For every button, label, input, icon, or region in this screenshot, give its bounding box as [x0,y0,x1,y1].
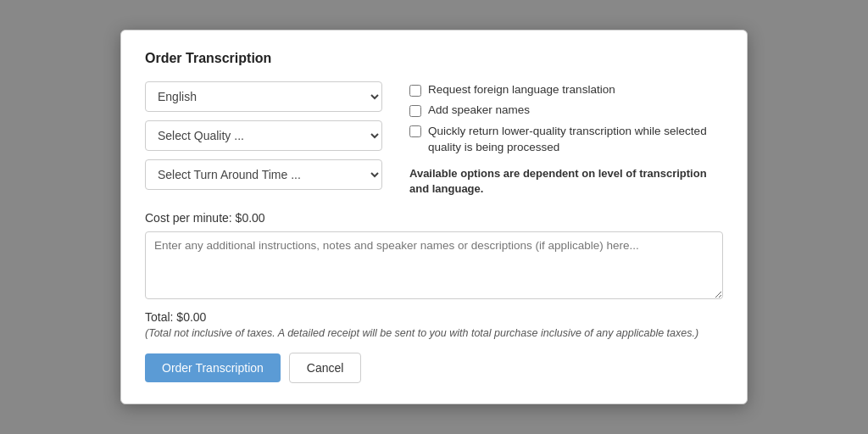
right-column: Request foreign language translation Add… [409,81,723,197]
left-column: English Spanish French German Other Sele… [145,81,382,197]
dialog-title: Order Transcription [145,51,723,66]
options-note: Available options are dependent on level… [409,166,723,197]
main-content: English Spanish French German Other Sele… [145,81,723,197]
quick-return-checkbox[interactable] [409,125,421,137]
turnaround-select[interactable]: Select Turn Around Time ... Standard Rus… [145,159,382,190]
cancel-button[interactable]: Cancel [289,353,362,383]
checkbox-row-foreign-language: Request foreign language translation [409,83,723,97]
instructions-textarea[interactable] [145,231,723,299]
checkbox-row-speaker-names: Add speaker names [409,103,723,117]
tax-note: (Total not inclusive of taxes. A detaile… [145,327,723,339]
quality-select[interactable]: Select Quality ... Standard Premium [145,120,382,151]
speaker-names-checkbox[interactable] [409,105,421,117]
cost-per-minute: Cost per minute: $0.00 [145,211,723,225]
checkbox-row-quick-return: Quickly return lower-quality transcripti… [409,124,723,156]
total-line: Total: $0.00 [145,310,723,324]
order-transcription-dialog: Order Transcription English Spanish Fren… [120,30,748,403]
button-row: Order Transcription Cancel [145,353,723,383]
quick-return-label[interactable]: Quickly return lower-quality transcripti… [428,124,723,156]
speaker-names-label[interactable]: Add speaker names [428,103,530,116]
language-select[interactable]: English Spanish French German Other [145,81,382,112]
foreign-language-label[interactable]: Request foreign language translation [428,83,615,96]
foreign-language-checkbox[interactable] [409,85,421,97]
order-transcription-button[interactable]: Order Transcription [145,353,281,382]
